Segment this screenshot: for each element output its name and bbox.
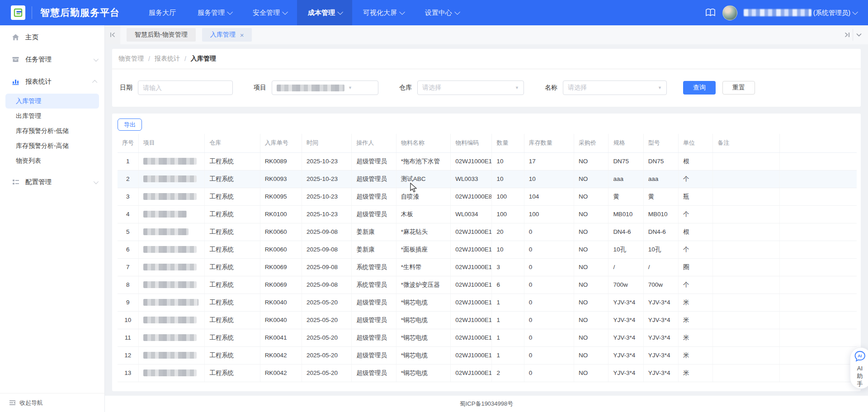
menu-label: 设置中心 (425, 9, 452, 17)
table-row[interactable]: 11工程系统RK00412025-05-20超级管理员*铜芯电缆02WJ1000… (118, 329, 857, 346)
cell-project (138, 346, 205, 364)
cell-date: 2025-05-20 (302, 346, 351, 364)
user-avatar[interactable] (722, 5, 737, 20)
blurred-project-cell (143, 211, 187, 218)
menu-item-cost-mgmt[interactable]: 成本管理 (297, 0, 352, 25)
cell-note (713, 276, 780, 294)
cell-date: 2025-10-23 (302, 188, 351, 205)
reset-button[interactable]: 重置 (722, 81, 755, 95)
close-tab-icon[interactable]: × (240, 31, 244, 39)
date-input[interactable] (138, 81, 233, 95)
cell-material: *面板插座 (396, 241, 450, 258)
cell-project (138, 258, 205, 276)
column-header: 操作人 (352, 134, 396, 152)
column-header: 采购价 (574, 134, 609, 152)
cell-project (138, 188, 205, 205)
column-header: 单位 (678, 134, 712, 152)
sidebar-subitem-material-list[interactable]: 物资列表 (5, 153, 99, 168)
cell-order: RK0042 (260, 364, 302, 382)
logo-icon (11, 5, 25, 20)
sidebar-item-reports[interactable]: 报表统计 (0, 71, 104, 93)
cell-warehouse: 工程系统 (205, 346, 260, 364)
chevron-down-icon (399, 9, 405, 15)
cell-qty: 100 (492, 188, 524, 205)
cell-date: 2025-05-20 (302, 311, 351, 329)
cell-model: / (643, 258, 678, 276)
table-row[interactable]: 3工程系统RK00952025-10-23超级管理员自喷漆02WJ1000E81… (118, 188, 857, 205)
search-button[interactable]: 查询 (683, 81, 716, 95)
tab-label: 入库管理 (210, 31, 236, 39)
chevron-down-icon (94, 179, 99, 184)
cell-project (138, 329, 205, 346)
sidebar-item-label: 配置管理 (25, 178, 52, 186)
tab-inbound-mgmt[interactable]: 入库管理 × (202, 28, 252, 42)
sidebar-subitem-inbound[interactable]: 入库管理 (5, 94, 99, 109)
table-row[interactable]: 1工程系统RK00892025-10-23超级管理员*拖布池下水管02WJ100… (118, 152, 857, 170)
chevron-down-icon (227, 9, 233, 15)
column-header: 物料名称 (396, 134, 450, 152)
cell-empty (779, 311, 857, 329)
sidebar-item-tasks[interactable]: 任务管理 (0, 48, 104, 71)
sidebar-subitem-outbound[interactable]: 出库管理 (5, 109, 99, 123)
ai-assistant-label: AI助手 (855, 365, 865, 388)
ai-assistant-button[interactable]: AI AI助手 (850, 347, 868, 389)
collapse-nav-button[interactable]: 收起导航 (0, 393, 104, 412)
table-row[interactable]: 10工程系统RK00402025-05-20超级管理员*铜芯电缆02WJ1000… (118, 311, 857, 329)
collapse-tabs-icon[interactable] (105, 25, 120, 44)
cell-material: *铜芯电缆 (396, 311, 450, 329)
cell-warehouse: 工程系统 (205, 170, 260, 188)
table-row[interactable]: 13工程系统RK00422025-05-20超级管理员*铜芯电缆02WJ1000… (118, 364, 857, 382)
cell-unit: 米 (678, 311, 712, 329)
cell-unit: 米 (678, 364, 712, 382)
tab-material-mgmt[interactable]: 智慧后勤-物资管理 (127, 28, 196, 42)
svg-text:AI: AI (858, 353, 862, 358)
menu-item-settings[interactable]: 设置中心 (414, 0, 469, 25)
table-row[interactable]: 7工程系统RK00692025-09-08系统管理员*生料带02WJ1000E1… (118, 258, 857, 276)
cell-material: *铜芯电缆 (396, 364, 450, 382)
cell-empty (779, 170, 857, 188)
tab-options-icon[interactable] (853, 29, 864, 41)
cell-code: 02WJ1000E1 (451, 311, 492, 329)
table-row[interactable]: 9工程系统RK00402025-05-20超级管理员*铜芯电缆02WJ1000E… (118, 294, 857, 311)
cell-order: RK0093 (260, 170, 302, 188)
sidebar-subitem-low-stock-warning[interactable]: 库存预警分析-低储 (5, 123, 99, 138)
cell-spec: 黄 (609, 188, 643, 205)
cell-price: NO (574, 311, 609, 329)
cell-no: 10 (118, 311, 138, 329)
menu-item-service-hall[interactable]: 服务大厅 (138, 0, 187, 25)
table-row[interactable]: 2工程系统RK00932025-10-23超级管理员测试ABCWL0033101… (118, 170, 857, 188)
page-footer: 蜀ICP备19034998号 (105, 396, 868, 412)
cell-price: NO (574, 241, 609, 258)
user-menu[interactable]: (系统管理员) (744, 9, 856, 17)
table-row[interactable]: 4工程系统RK01002025-10-23超级管理员木板WL0034100100… (118, 205, 857, 223)
manual-book-icon[interactable] (705, 8, 716, 18)
sidebar: 主页 任务管理 报表统计 入库管理 出库管理 库存预警分析-低储 库 (0, 25, 105, 412)
scroll-tabs-right-icon[interactable] (841, 29, 853, 41)
cell-unit: 圈 (678, 258, 712, 276)
cell-order: RK0069 (260, 276, 302, 294)
warehouse-select[interactable]: 请选择 ▼ (417, 81, 524, 95)
project-select[interactable]: ▼ (272, 81, 378, 95)
cell-warehouse: 工程系统 (205, 364, 260, 382)
table-row[interactable]: 6工程系统RK00602025-09-08姜新康*面板插座02WJ1000E11… (118, 241, 857, 258)
menu-item-safety-mgmt[interactable]: 安全管理 (242, 0, 297, 25)
column-header-empty (779, 134, 857, 152)
app-logo[interactable] (0, 0, 32, 25)
cell-qty: 1 (492, 294, 524, 311)
table-row[interactable]: 12工程系统RK00422025-05-20超级管理员*铜芯电缆02WJ1000… (118, 346, 857, 364)
cell-no: 12 (118, 346, 138, 364)
export-button[interactable]: 导出 (118, 118, 142, 131)
name-select[interactable]: 请选择 ▼ (563, 81, 667, 95)
breadcrumb-separator: / (184, 55, 186, 62)
table-row[interactable]: 5工程系统RK00602025-09-08姜新康*麻花钻头02WJ1000E12… (118, 223, 857, 241)
cell-empty (779, 205, 857, 223)
table-row[interactable]: 8工程系统RK00692025-09-08系统管理员*微波炉变压器02WJ100… (118, 276, 857, 294)
sidebar-subitem-high-stock-warning[interactable]: 库存预警分析-高储 (5, 138, 99, 153)
sidebar-item-config[interactable]: 配置管理 (0, 171, 104, 193)
blurred-project-cell (143, 158, 197, 165)
menu-item-dashboard[interactable]: 可视化大屏 (352, 0, 414, 25)
sidebar-item-home[interactable]: 主页 (0, 26, 104, 48)
cell-order: RK0040 (260, 294, 302, 311)
menu-item-service-mgmt[interactable]: 服务管理 (187, 0, 242, 25)
table-card: 导出 序号项目仓库入库单号时间操作人物料名称物料编码数量库存数量采购价规格型号单… (112, 114, 861, 391)
